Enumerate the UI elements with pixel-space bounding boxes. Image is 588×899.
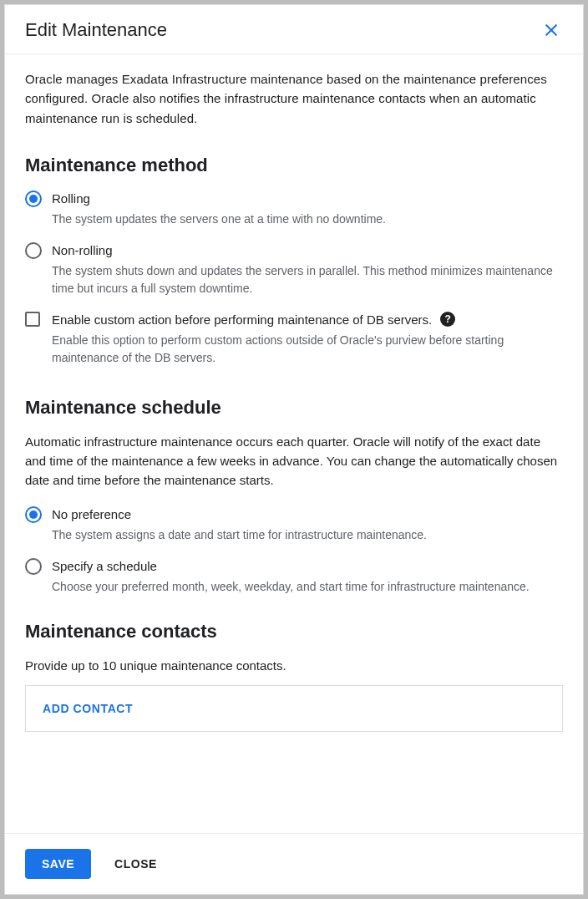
method-heading: Maintenance method [25,155,563,176]
method-nonrolling-option[interactable]: Non-rolling The system shuts down and up… [25,241,563,297]
schedule-desc: Automatic infrastructure maintenance occ… [25,432,563,490]
contacts-heading: Maintenance contacts [25,621,563,643]
close-icon-button[interactable] [540,18,563,42]
specify-desc: Choose your preferred month, week, weekd… [52,578,563,596]
radio-nonrolling[interactable] [25,242,42,259]
specify-label: Specify a schedule [52,557,563,575]
dialog-footer: SAVE CLOSE [5,833,583,894]
close-icon [543,22,560,38]
method-rolling-option[interactable]: Rolling The system updates the servers o… [25,190,563,228]
contacts-desc: Provide up to 10 unique maintenance cont… [25,656,563,675]
custom-action-label: Enable custom action before performing m… [52,311,563,328]
custom-action-desc: Enable this option to perform custom act… [52,332,563,367]
add-contact-box: ADD CONTACT [25,685,563,732]
edit-maintenance-dialog: Edit Maintenance Oracle manages Exadata … [4,4,584,895]
nopref-label: No preference [52,505,563,523]
nonrolling-label: Non-rolling [52,241,563,259]
checkbox-custom-action[interactable] [25,312,42,328]
intro-text: Oracle manages Exadata Infrastructure ma… [25,69,563,128]
custom-action-option[interactable]: Enable custom action before performing m… [25,311,563,367]
save-button[interactable]: SAVE [25,849,91,879]
schedule-specify-option[interactable]: Specify a schedule Choose your preferred… [25,557,563,596]
nopref-desc: The system assigns a date and start time… [52,526,563,544]
radio-specify[interactable] [25,558,42,575]
schedule-nopref-option[interactable]: No preference The system assigns a date … [25,505,563,544]
schedule-heading: Maintenance schedule [25,397,563,419]
dialog-body: Oracle manages Exadata Infrastructure ma… [5,54,583,833]
custom-action-label-text: Enable custom action before performing m… [52,311,432,328]
rolling-desc: The system updates the servers one at a … [52,211,563,228]
dialog-title: Edit Maintenance [25,19,167,41]
help-icon[interactable]: ? [440,312,455,327]
nonrolling-desc: The system shuts down and updates the se… [52,262,563,297]
radio-nopref[interactable] [25,506,42,523]
close-button[interactable]: CLOSE [111,849,160,879]
dialog-header: Edit Maintenance [5,5,583,54]
rolling-label: Rolling [52,190,563,207]
radio-rolling[interactable] [25,190,42,207]
add-contact-button[interactable]: ADD CONTACT [43,702,133,715]
